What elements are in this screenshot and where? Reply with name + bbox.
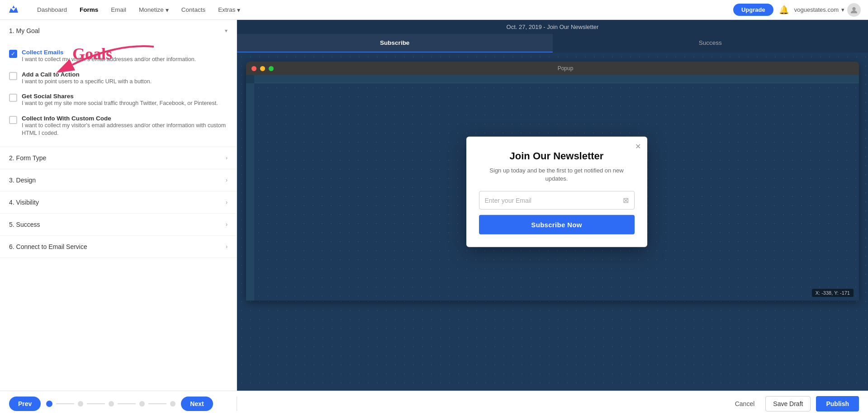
section-success-title: 5. Success [9, 221, 40, 228]
chevron-down-icon: ▾ [166, 6, 169, 14]
goal-title-collect-emails[interactable]: Collect Emails [22, 49, 196, 56]
goal-title-social-shares[interactable]: Get Social Shares [22, 93, 218, 100]
section-form-type-title: 2. Form Type [9, 154, 46, 162]
section-my-goal-header[interactable]: 1. My Goal ▾ [0, 20, 237, 42]
section-success-header[interactable]: 5. Success › [0, 214, 237, 236]
nav-forms[interactable]: Forms [73, 0, 104, 20]
top-navigation: Dashboard Forms Email Monetize ▾ Contact… [0, 0, 868, 20]
save-draft-button[interactable]: Save Draft [765, 396, 811, 411]
section-form-type-header[interactable]: 2. Form Type › [0, 147, 237, 169]
nav-email[interactable]: Email [104, 0, 133, 20]
section-email-service-header[interactable]: 6. Connect to Email Service › [0, 236, 237, 258]
progress-dot-4 [139, 401, 145, 406]
chevron-down-icon: ▾ [841, 6, 844, 13]
tab-success[interactable]: Success [553, 34, 868, 53]
canvas-area: Popup ✕ Join Our N [237, 53, 868, 391]
next-button[interactable]: Next [181, 397, 213, 411]
section-email-service-title: 6. Connect to Email Service [9, 243, 87, 250]
left-panel: Goals 1. My Goal ▾ ✓ Collect Emails I wa… [0, 20, 237, 391]
section-my-goal: 1. My Goal ▾ ✓ Collect Emails I want to … [0, 20, 237, 147]
preview-header-title: Oct. 27, 2019 - Join Our Newsletter [507, 24, 599, 30]
progress-dot-3 [109, 401, 114, 406]
progress-line-3 [118, 403, 136, 404]
goal-desc-custom-code: I want to collect my visitor's email add… [22, 122, 228, 138]
nav-right: Upgrade 🔔 voguestates.com ▾ [733, 3, 861, 17]
progress-dot-5 [170, 401, 175, 406]
prev-button[interactable]: Prev [9, 397, 41, 411]
popup-title: Join Our Newsletter [479, 150, 635, 162]
nav-contacts[interactable]: Contacts [175, 0, 212, 20]
nav-monetize[interactable]: Monetize ▾ [133, 0, 175, 20]
section-design-header[interactable]: 3. Design › [0, 169, 237, 191]
goal-option-social-shares[interactable]: Get Social Shares I want to get my site … [9, 93, 228, 108]
svg-point-0 [852, 7, 855, 10]
browser-window: Popup ✕ Join Our N [246, 62, 859, 301]
subscribe-button[interactable]: Subscribe Now [479, 215, 635, 234]
progress-line-1 [56, 403, 74, 404]
goal-checkbox-collect-emails[interactable]: ✓ [9, 50, 17, 58]
browser-close-dot [251, 66, 256, 71]
account-menu[interactable]: voguestates.com ▾ [794, 3, 861, 17]
nav-dashboard[interactable]: Dashboard [31, 0, 73, 20]
browser-minimize-dot [260, 66, 265, 71]
coordinates-display: X: -338, Y: -171 [812, 289, 854, 297]
ruler-horizontal [246, 75, 859, 83]
nav-links: Dashboard Forms Email Monetize ▾ Contact… [31, 0, 733, 20]
section-visibility-header[interactable]: 4. Visibility › [0, 191, 237, 214]
section-design-title: 3. Design [9, 177, 36, 184]
email-icon: ⊠ [623, 196, 629, 205]
preview-header: Oct. 27, 2019 - Join Our Newsletter [237, 20, 868, 34]
canvas-inner: ✕ Join Our Newsletter Sign up today and … [246, 83, 859, 301]
progress-dot-2 [78, 401, 83, 406]
section-my-goal-title: 1. My Goal [9, 27, 40, 34]
goal-option-call-to-action[interactable]: Add a Call to Action I want to point use… [9, 71, 228, 86]
email-input-field[interactable]: Enter your Email ⊠ [479, 191, 635, 210]
notification-bell-icon[interactable]: 🔔 [779, 5, 789, 15]
tab-subscribe[interactable]: Subscribe [237, 34, 553, 53]
goal-title-custom-code[interactable]: Collect Info With Custom Code [22, 115, 228, 122]
account-name: voguestates.com [794, 6, 839, 13]
goal-checkbox-custom-code[interactable] [9, 116, 17, 124]
goal-checkbox-call-to-action[interactable] [9, 72, 17, 80]
section-visibility-title: 4. Visibility [9, 199, 39, 206]
ruler-corner [246, 75, 254, 83]
preview-tabs: Subscribe Success [237, 34, 868, 53]
email-placeholder: Enter your Email [485, 197, 531, 204]
popup-modal: ✕ Join Our Newsletter Sign up today and … [466, 137, 647, 247]
ruler-h-ticks [254, 75, 859, 83]
progress-indicator [46, 401, 175, 407]
goal-desc-collect-emails: I want to collect my visitor's email add… [22, 56, 196, 64]
section-my-goal-content: ✓ Collect Emails I want to collect my vi… [0, 42, 237, 147]
chevron-right-icon: › [226, 177, 228, 183]
browser-chrome: Popup [246, 62, 859, 75]
goal-title-call-to-action[interactable]: Add a Call to Action [22, 71, 152, 78]
upgrade-button[interactable]: Upgrade [733, 4, 773, 16]
chevron-right-icon: › [226, 221, 228, 228]
goal-desc-call-to-action: I want to point users to a specific URL … [22, 78, 152, 86]
browser-maximize-dot [269, 66, 274, 71]
goal-option-custom-code[interactable]: Collect Info With Custom Code I want to … [9, 115, 228, 138]
progress-dot-1 [46, 401, 52, 407]
chevron-down-icon: ▾ [225, 28, 228, 34]
chevron-right-icon: › [226, 155, 228, 161]
goal-desc-social-shares: I want to get my site more social traffi… [22, 100, 218, 108]
bottom-right: Cancel Save Draft Publish [237, 396, 868, 411]
right-panel: Oct. 27, 2019 - Join Our Newsletter Subs… [237, 20, 868, 391]
avatar [847, 3, 861, 17]
nav-extras[interactable]: Extras ▾ [212, 0, 247, 20]
publish-button[interactable]: Publish [816, 396, 859, 411]
browser-popup-label: Popup [558, 65, 574, 72]
bottom-left: Prev Next [0, 397, 237, 411]
progress-line-4 [148, 403, 166, 404]
goal-option-collect-emails[interactable]: ✓ Collect Emails I want to collect my vi… [9, 49, 228, 64]
logo[interactable] [7, 4, 20, 16]
popup-subtitle: Sign up today and be the first to get no… [479, 167, 635, 183]
goal-checkbox-social-shares[interactable] [9, 94, 17, 102]
main-layout: Goals 1. My Goal ▾ ✓ Collect Emails I wa… [0, 20, 868, 391]
ruler-vertical [246, 83, 254, 301]
cancel-button[interactable]: Cancel [730, 397, 760, 411]
popup-close-button[interactable]: ✕ [635, 142, 641, 151]
bottom-bar: Prev Next Cancel Save Draft Publish [0, 391, 868, 416]
chevron-right-icon: › [226, 199, 228, 206]
progress-line-2 [87, 403, 105, 404]
